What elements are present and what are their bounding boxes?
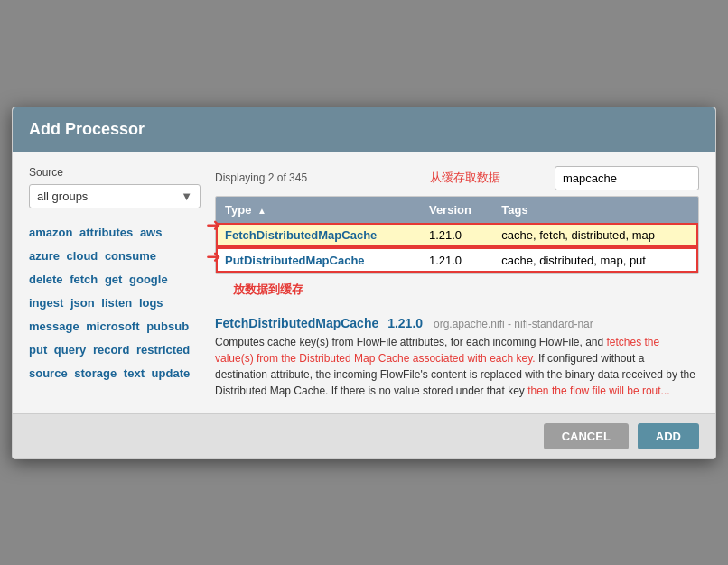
tag-storage[interactable]: storage bbox=[74, 366, 117, 380]
tag-record[interactable]: record bbox=[93, 343, 129, 357]
displaying-count: Displaying 2 of 345 bbox=[215, 171, 307, 184]
top-controls: Displaying 2 of 345 从缓存取数据 bbox=[215, 166, 699, 190]
tag-update[interactable]: update bbox=[152, 366, 191, 380]
col-version[interactable]: Version bbox=[420, 197, 492, 223]
description-section: FetchDistributedMapCache 1.21.0 org.apac… bbox=[215, 307, 699, 399]
tag-attributes[interactable]: attributes bbox=[79, 226, 133, 239]
tag-put[interactable]: put bbox=[29, 343, 47, 357]
tag-azure[interactable]: azure bbox=[29, 249, 60, 263]
dialog-title-text: Add Processor bbox=[29, 120, 145, 138]
sort-icon: ▲ bbox=[257, 206, 266, 216]
dialog-title: Add Processor bbox=[13, 107, 715, 152]
add-processor-dialog: Add Processor Source all groups ▼ amazon… bbox=[12, 107, 716, 459]
desc-title: FetchDistributedMapCache 1.21.0 org.apac… bbox=[215, 316, 699, 330]
top-row: Source all groups ▼ amazon attributes aw… bbox=[29, 166, 699, 399]
tags-cloud: amazon attributes aws azure cloud consum… bbox=[29, 221, 201, 385]
desc-text: Computes cache key(s) from FlowFile attr… bbox=[215, 334, 699, 399]
cancel-button[interactable]: CANCEL bbox=[544, 423, 629, 449]
processor-version: 1.21.0 bbox=[387, 316, 423, 330]
tag-fetch[interactable]: fetch bbox=[70, 273, 98, 286]
processor-name: FetchDistributedMapCache bbox=[215, 316, 378, 330]
table-header-row: Type ▲ Version Tags bbox=[216, 197, 698, 223]
tag-text[interactable]: text bbox=[124, 366, 145, 380]
tag-query[interactable]: query bbox=[54, 343, 86, 357]
tag-google[interactable]: google bbox=[129, 273, 168, 286]
tag-delete[interactable]: delete bbox=[29, 273, 63, 286]
source-label: Source bbox=[29, 166, 201, 179]
cell-tags: cache, distributed, map, put bbox=[492, 247, 698, 273]
dialog-footer: CANCEL ADD bbox=[13, 413, 715, 458]
search-input[interactable] bbox=[555, 166, 699, 190]
processor-nar: org.apache.nifi - nifi-standard-nar bbox=[434, 318, 593, 330]
tag-listen[interactable]: listen bbox=[101, 296, 132, 310]
source-dropdown-value: all groups bbox=[37, 190, 88, 203]
cell-type: FetchDistributedMapCache bbox=[216, 223, 420, 248]
chevron-down-icon: ▼ bbox=[181, 190, 192, 203]
highlight-text-2: then the flow file will be rout... bbox=[527, 384, 669, 397]
tag-source[interactable]: source bbox=[29, 366, 68, 380]
dialog-body: Source all groups ▼ amazon attributes aw… bbox=[13, 152, 715, 413]
tag-pubsub[interactable]: pubsub bbox=[146, 320, 189, 333]
main-section: Displaying 2 of 345 从缓存取数据 ➜ ➜ bbox=[215, 166, 699, 399]
tag-consume[interactable]: consume bbox=[105, 249, 156, 263]
tag-aws[interactable]: aws bbox=[140, 226, 163, 239]
highlight-text: fetches the value(s) from the Distribute… bbox=[215, 336, 659, 365]
annotation-top-wrapper: 从缓存取数据 bbox=[430, 166, 699, 190]
cell-tags: cache, fetch, distributed, map bbox=[492, 223, 698, 248]
tag-restricted[interactable]: restricted bbox=[136, 343, 190, 357]
cell-version: 1.21.0 bbox=[420, 223, 492, 248]
processor-table: Type ▲ Version Tags bbox=[215, 196, 699, 274]
table-wrapper: ➜ ➜ Type ▲ Versi bbox=[215, 196, 699, 298]
cell-type: PutDistributedMapCache bbox=[216, 247, 420, 273]
table-row[interactable]: PutDistributedMapCache 1.21.0 cache, dis… bbox=[216, 247, 698, 273]
col-type[interactable]: Type ▲ bbox=[216, 197, 420, 223]
source-section: Source all groups ▼ amazon attributes aw… bbox=[29, 166, 201, 385]
tag-json[interactable]: json bbox=[70, 296, 95, 310]
annotation-bottom: 放数据到缓存 bbox=[215, 282, 699, 298]
tag-logs[interactable]: logs bbox=[139, 296, 163, 310]
annotation-top: 从缓存取数据 bbox=[430, 170, 500, 186]
tag-cloud[interactable]: cloud bbox=[67, 249, 98, 263]
tag-microsoft[interactable]: microsoft bbox=[86, 320, 139, 333]
add-button[interactable]: ADD bbox=[638, 423, 699, 449]
col-tags[interactable]: Tags bbox=[492, 197, 698, 223]
cell-version: 1.21.0 bbox=[420, 247, 492, 273]
tag-message[interactable]: message bbox=[29, 320, 79, 333]
tag-ingest[interactable]: ingest bbox=[29, 296, 63, 310]
tag-amazon[interactable]: amazon bbox=[29, 226, 72, 239]
source-dropdown[interactable]: all groups ▼ bbox=[29, 184, 201, 208]
tag-get[interactable]: get bbox=[105, 273, 123, 286]
table-row[interactable]: FetchDistributedMapCache 1.21.0 cache, f… bbox=[216, 223, 698, 248]
